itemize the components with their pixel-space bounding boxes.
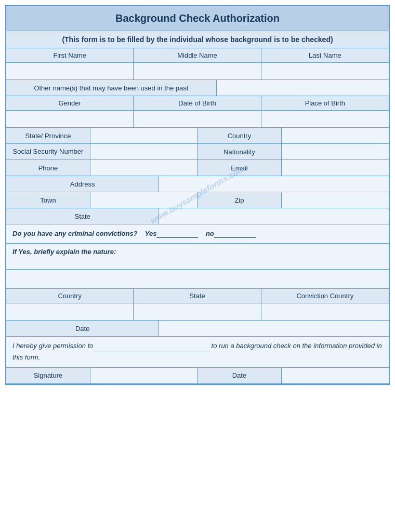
address-label: Address (6, 176, 159, 192)
zip-input[interactable] (282, 192, 389, 208)
form-title: Background Check Authorization (6, 6, 389, 31)
gender-label: Gender (6, 96, 134, 110)
middle-name-label: Middle Name (134, 48, 261, 62)
nationality-label: Nationality (198, 144, 282, 159)
gender-input[interactable] (6, 111, 134, 127)
other-names-input[interactable] (217, 80, 389, 96)
no-input[interactable] (214, 230, 256, 238)
phone-input[interactable] (90, 160, 198, 176)
permission-name-input[interactable] (95, 341, 209, 352)
phone-label: Phone (6, 160, 90, 176)
first-name-label: First Name (6, 48, 134, 62)
dob-label: Date of Birth (134, 96, 261, 110)
ssn-input[interactable] (90, 144, 198, 159)
state-province-input[interactable] (90, 128, 198, 143)
date-input[interactable] (159, 321, 389, 336)
country2-input[interactable] (6, 303, 134, 320)
country-label: Country (198, 128, 282, 143)
explain-row: If Yes, briefly explain the nature: (6, 244, 389, 270)
country-input[interactable] (282, 128, 389, 143)
yes-label: Yes (145, 230, 157, 237)
date2-label: Date (198, 368, 282, 383)
other-names-label: Other name(s) that may have been used in… (6, 80, 217, 96)
email-label: Email (198, 160, 282, 176)
state-label: State (6, 208, 159, 224)
country2-label: Country (6, 289, 134, 303)
last-name-label: Last Name (261, 48, 389, 62)
date-label: Date (6, 321, 159, 336)
yes-input[interactable] (156, 230, 198, 238)
state2-label: State (134, 289, 261, 303)
form-subtitle: (This form is to be filled by the indivi… (6, 31, 389, 48)
middle-name-input[interactable] (134, 63, 261, 79)
email-input[interactable] (282, 160, 389, 176)
convictions-question-row: Do you have any criminal convictions? Ye… (6, 224, 389, 244)
pob-input[interactable] (261, 111, 389, 127)
state2-input[interactable] (134, 303, 261, 320)
conviction-country-input[interactable] (261, 303, 389, 320)
first-name-input[interactable] (6, 63, 134, 79)
date2-input[interactable] (282, 368, 389, 383)
no-label: no (206, 230, 214, 237)
last-name-input[interactable] (261, 63, 389, 79)
town-input[interactable] (90, 192, 198, 208)
ssn-label: Social Security Number (6, 144, 90, 159)
state-province-label: State/ Province (6, 128, 90, 143)
state-input[interactable] (159, 208, 389, 224)
town-label: Town (6, 192, 90, 208)
address-input[interactable] (159, 176, 389, 192)
convictions-question-text: Do you have any criminal convictions? (12, 230, 138, 237)
explain-label: If Yes, briefly explain the nature: (12, 248, 116, 256)
signature-label: Signature (6, 368, 90, 383)
permission-row: I hereby give permission to to run a bac… (6, 337, 389, 368)
pob-label: Place of Birth (261, 96, 389, 110)
permission-text1: I hereby give permission to (12, 342, 93, 350)
conviction-country-label: Conviction Country (261, 289, 389, 303)
dob-input[interactable] (134, 111, 261, 127)
explain-input[interactable] (6, 270, 389, 288)
zip-label: Zip (198, 192, 282, 208)
signature-input[interactable] (90, 368, 198, 383)
nationality-input[interactable] (282, 144, 389, 159)
